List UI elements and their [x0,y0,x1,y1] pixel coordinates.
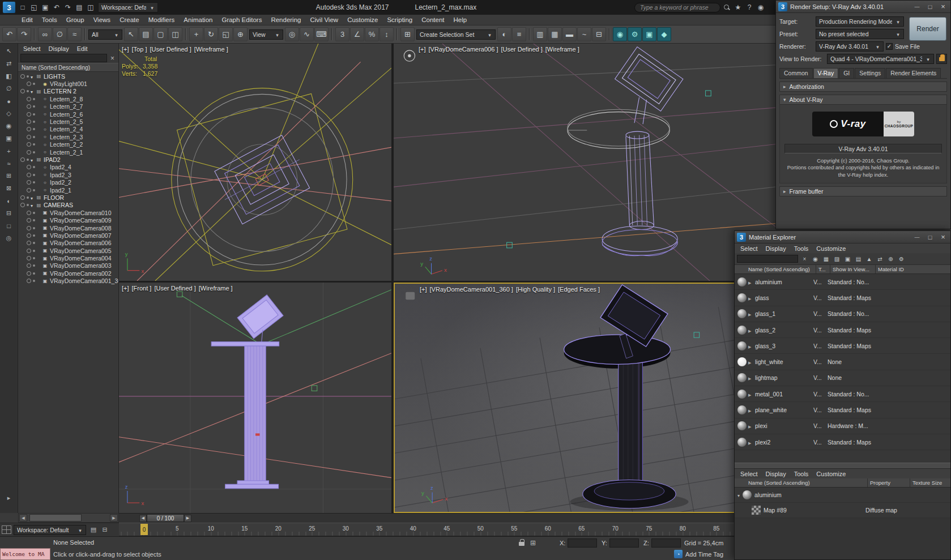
material-row[interactable]: glass V... Standard : Maps [735,290,950,306]
scene-explorer-row[interactable]: VRayDomeCamera006 [18,240,118,247]
expand-arrow-icon[interactable] [748,279,755,285]
visibility-toggle-icon[interactable] [27,97,31,101]
menu-item[interactable]: Animation [179,16,217,24]
display-none-icon[interactable]: ∅ [2,83,16,95]
viewport-label-segment[interactable]: [High Quality ] [516,286,555,293]
scene-explorer-row[interactable]: VRayDomeCamera008 [18,224,118,232]
scene-explorer-row[interactable]: Lectern_2_5 [18,118,118,125]
maxscript-mini-listener[interactable]: Welcome to MA [0,548,50,560]
visibility-toggle-icon[interactable] [20,203,25,207]
viewport-label-segment[interactable]: [Edged Faces ] [558,286,600,293]
maximize-button[interactable] [925,2,935,11]
scene-explorer-row[interactable]: Lectern_2_3 [18,133,118,140]
material-row[interactable]: aluminium V... Standard : No... [735,274,950,290]
toggle-layer-explorer-icon[interactable]: ▦ [548,27,562,41]
menu-item[interactable]: Customize [812,245,850,252]
visibility-toggle-icon[interactable] [20,195,25,200]
column-texture-size[interactable]: Texture Size [910,478,950,487]
menu-item[interactable]: Edit [73,45,92,52]
redo-icon[interactable]: ↷ [17,27,31,41]
spinner-snap-icon[interactable]: ↕ [379,27,394,41]
menu-item[interactable]: Display [762,471,790,477]
mirror-icon[interactable]: ◐ [497,27,511,41]
column-material-id[interactable]: Material ID [876,265,950,273]
scene-explorer-row[interactable]: Ipad2_1 [18,186,118,194]
material-row[interactable]: lightmap V... None [735,370,950,386]
project-folder-icon[interactable]: ▤ [74,2,84,12]
frame-buffer-rollout[interactable]: Frame buffer [779,186,947,196]
material-row[interactable]: plexi2 V... Standard : Maps [735,434,950,450]
column-name[interactable]: Name (Sorted Ascending) [735,265,816,273]
show-unused-icon[interactable]: ▨ [832,254,842,263]
material-editor-icon[interactable]: ◉ [613,27,627,41]
menu-item[interactable]: Rendering [266,16,305,24]
viewport-label-segment[interactable]: [User Defined ] [154,285,195,292]
material-row[interactable]: light_white V... None [735,354,950,370]
expand-arrow-icon[interactable] [748,374,755,381]
expand-collapse-icon[interactable] [31,194,36,201]
menu-item[interactable]: Customize [343,16,382,24]
3ds-max-logo[interactable]: 3 [3,2,15,13]
visibility-toggle-icon[interactable] [27,263,31,268]
show-materials-icon[interactable]: ◉ [811,254,820,263]
visibility-toggle-icon[interactable] [27,279,31,283]
schematic-view-icon[interactable]: ⊟ [592,27,606,41]
scroll-left-icon[interactable] [19,514,27,521]
viewport-label-segment[interactable]: [Top ] [132,46,147,53]
scene-explorer-row[interactable]: VRayLight001 [18,80,118,87]
material-property-row[interactable]: Map #89 Diffuse map [735,503,950,518]
scene-explorer-row[interactable]: VRayDomeCamera001_360 [18,277,118,285]
scene-explorer-row[interactable]: VRayDomeCamera002 [18,270,118,277]
viewport-front[interactable]: x z [+][Front ][User Defined ][Wireframe… [119,283,391,513]
open-file-icon[interactable]: ◱ [29,2,39,12]
visibility-toggle-icon[interactable] [27,180,31,185]
viewport-label-segment[interactable]: [Wireframe ] [194,46,228,53]
render-production-icon[interactable]: ◆ [657,27,671,41]
viewport-label-segment[interactable]: [Front ] [132,285,152,292]
viewport-label-segment[interactable]: [+] [122,46,129,53]
viewport-label-segment[interactable]: [+] [419,46,426,53]
minimize-button[interactable] [912,233,922,241]
new-scene-icon[interactable]: □ [18,2,28,12]
visibility-toggle-icon[interactable] [27,226,31,230]
material-row[interactable]: plexi V... Hardware : M... [735,418,950,434]
align-icon[interactable]: ≡ [512,27,526,41]
menu-item[interactable]: Views [89,16,115,24]
material-property-row[interactable]: aluminium [735,488,950,503]
display-influences-icon[interactable]: ◎ [2,232,16,244]
visibility-toggle-icon[interactable] [27,256,31,260]
flyout-arrow-icon[interactable]: ▸ [2,492,16,504]
viewport-label-segment[interactable]: [VRayDomeCamera006 ] [429,46,498,53]
column-property[interactable]: Property [868,478,910,487]
workspace-switch-icon[interactable]: ◫ [86,2,96,12]
expand-collapse-icon[interactable] [31,202,36,208]
menu-item[interactable]: Select [736,471,762,477]
display-spacewarps-icon[interactable]: ≈ [2,157,16,169]
visibility-toggle-icon[interactable] [27,249,31,253]
global-search-input[interactable] [634,3,720,12]
visibility-toggle-icon[interactable] [27,188,31,193]
visibility-toggle-icon[interactable] [27,211,31,215]
visibility-toggle-icon[interactable] [27,127,31,131]
expand-collapse-icon[interactable] [31,156,36,163]
viewport-label-segment[interactable]: [User Defined ] [501,46,542,53]
select-and-move-icon[interactable]: + [189,27,203,41]
scrollbar-thumb[interactable] [29,514,82,521]
render-setup-tab[interactable]: Common [779,68,813,78]
view-to-render-dropdown[interactable]: Quad 4 - VRayDomeCamera001_360 [827,54,934,64]
render-setup-icon[interactable]: ⚙ [628,27,642,41]
visibility-toggle-icon[interactable] [27,173,31,177]
visibility-toggle-icon[interactable] [20,157,25,162]
scene-explorer-scrollbar[interactable] [18,513,119,523]
scene-explorer-row[interactable]: Lectern_2_8 [18,95,118,102]
scene-explorer-row[interactable]: VRayDomeCamera007 [18,232,118,239]
expand-arrow-icon[interactable] [748,439,755,446]
name-column-header[interactable]: Name (Sorted Descending) [18,63,118,72]
menu-item[interactable]: Edit [17,16,37,24]
clear-search-icon[interactable] [109,54,116,62]
menu-item[interactable]: Scripting [382,16,417,24]
expand-arrow-icon[interactable] [748,294,755,301]
render-setup-tab[interactable]: Render Elements [886,68,941,78]
viewport-layout-tabs-icon[interactable] [2,525,11,534]
display-helpers-icon[interactable]: + [2,145,16,157]
